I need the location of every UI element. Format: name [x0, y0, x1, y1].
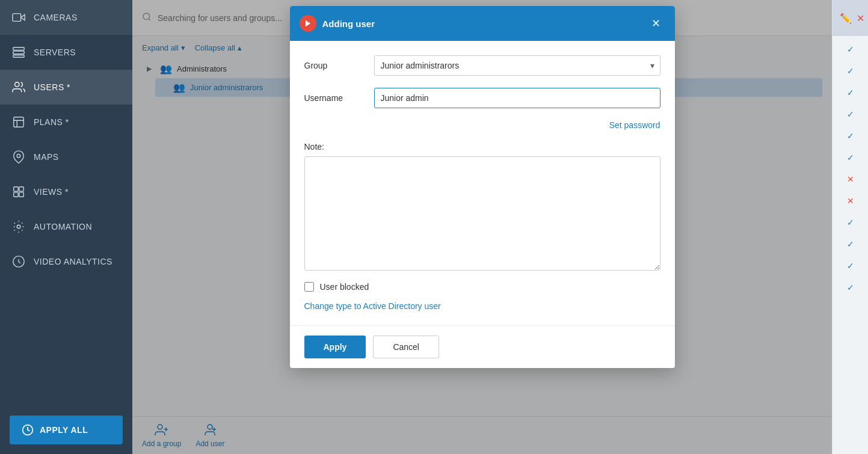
- x-mark: ✕: [847, 174, 854, 184]
- mark-row: ✓: [833, 125, 868, 147]
- mark-row: ✕: [833, 168, 868, 190]
- sidebar-maps-label: MAPS: [34, 152, 59, 162]
- check-mark: ✓: [847, 109, 854, 119]
- username-control: [374, 88, 660, 108]
- group-select[interactable]: Junior administrarorsAdministrators: [374, 55, 660, 76]
- svg-rect-1: [13, 48, 24, 51]
- svg-rect-2: [13, 51, 24, 54]
- user-blocked-row: User blocked: [304, 282, 660, 292]
- sidebar-item-servers[interactable]: SERVERS: [0, 35, 132, 70]
- mark-row: ✓: [833, 82, 868, 103]
- sidebar: CAMERAS SERVERS USERS * PLANS * MAPS VIE…: [0, 0, 132, 454]
- mark-row: ✓: [833, 233, 868, 255]
- mark-row: ✓: [833, 103, 868, 125]
- svg-point-6: [17, 154, 20, 158]
- check-mark: ✓: [847, 218, 854, 227]
- check-mark: ✓: [847, 239, 854, 249]
- svg-rect-0: [13, 14, 21, 22]
- sidebar-users-label: USERS *: [34, 82, 70, 92]
- adding-user-modal: Adding user ✕ Group Junior administraror…: [290, 6, 675, 368]
- username-label: Username: [304, 93, 365, 103]
- sidebar-item-video-analytics[interactable]: VIDEO ANALYTICS: [0, 244, 132, 279]
- modal-close-button[interactable]: ✕: [647, 14, 665, 32]
- modal-title-wrap: Adding user: [300, 15, 375, 32]
- group-select-wrapper: Junior administrarorsAdministrators: [374, 55, 660, 76]
- note-section: Note:: [304, 142, 660, 272]
- check-mark: ✓: [847, 66, 854, 76]
- modal-footer: Apply Cancel: [290, 325, 675, 368]
- plans-icon: [12, 115, 25, 129]
- svg-rect-8: [19, 187, 23, 191]
- modal-icon: [300, 15, 316, 32]
- change-type-link[interactable]: Change type to Active Directory user: [304, 301, 441, 311]
- user-blocked-checkbox[interactable]: [304, 282, 314, 292]
- check-mark: ✓: [847, 44, 854, 54]
- user-blocked-label[interactable]: User blocked: [320, 282, 369, 292]
- video-analytics-icon: [12, 255, 25, 268]
- sidebar-bottom: APPLY ALL: [0, 406, 132, 454]
- username-row: Username: [304, 88, 660, 108]
- mark-row: ✓: [833, 277, 868, 298]
- svg-rect-7: [14, 187, 18, 191]
- mark-row: ✓: [833, 212, 868, 233]
- svg-point-11: [17, 225, 20, 229]
- sidebar-automation-label: AUTOMATION: [34, 222, 92, 232]
- note-label: Note:: [304, 142, 660, 152]
- edit-icon[interactable]: ✏️: [837, 10, 854, 26]
- svg-marker-21: [305, 20, 310, 27]
- svg-rect-5: [14, 117, 24, 127]
- check-mark: ✓: [847, 131, 854, 141]
- mark-row: ✓: [833, 147, 868, 168]
- svg-rect-9: [14, 192, 18, 197]
- check-mark: ✓: [847, 153, 854, 162]
- mark-row: ✓: [833, 60, 868, 82]
- automation-icon: [12, 220, 25, 233]
- group-label: Group: [304, 61, 365, 70]
- sidebar-item-cameras[interactable]: CAMERAS: [0, 0, 132, 35]
- cancel-button[interactable]: Cancel: [373, 336, 439, 358]
- maps-icon: [12, 150, 25, 164]
- apply-all-button[interactable]: APPLY ALL: [10, 416, 123, 444]
- mark-row: ✕: [833, 190, 868, 212]
- sidebar-cameras-label: CAMERAS: [34, 13, 78, 22]
- check-mark: ✓: [847, 283, 854, 292]
- group-row: Group Junior administrarorsAdministrator…: [304, 55, 660, 76]
- right-panel-marks: ✓✓✓✓✓✓✕✕✓✓✓✓: [833, 36, 868, 454]
- sidebar-servers-label: SERVERS: [34, 48, 76, 57]
- right-panel: ✏️ ✕ ✓✓✓✓✓✓✕✕✓✓✓✓: [832, 0, 868, 454]
- note-textarea[interactable]: [304, 156, 660, 271]
- modal-overlay: Adding user ✕ Group Junior administraror…: [132, 0, 832, 454]
- sidebar-item-plans[interactable]: PLANS *: [0, 105, 132, 140]
- right-panel-header: ✏️ ✕: [833, 0, 868, 36]
- svg-point-4: [15, 82, 19, 87]
- views-icon: [12, 185, 25, 198]
- mark-row: ✓: [833, 255, 868, 277]
- svg-rect-3: [13, 55, 24, 58]
- username-input[interactable]: [374, 88, 660, 108]
- modal-header: Adding user ✕: [290, 6, 675, 41]
- servers-icon: [12, 46, 25, 59]
- sidebar-views-label: VIEWS *: [34, 187, 69, 197]
- delete-icon[interactable]: ✕: [854, 10, 867, 26]
- check-mark: ✓: [847, 88, 854, 97]
- modal-body: Group Junior administrarorsAdministrator…: [290, 41, 675, 325]
- apply-button[interactable]: Apply: [304, 336, 366, 358]
- check-mark: ✓: [847, 261, 854, 271]
- main-content: Expand all ▾ Collapse all ▴ ▶ 👥 Administ…: [132, 0, 832, 454]
- modal-title: Adding user: [322, 19, 375, 29]
- sidebar-plans-label: PLANS *: [34, 117, 69, 127]
- sidebar-video-analytics-label: VIDEO ANALYTICS: [34, 257, 112, 266]
- sidebar-item-users[interactable]: USERS *: [0, 70, 132, 105]
- sidebar-item-automation[interactable]: AUTOMATION: [0, 209, 132, 244]
- mark-row: ✓: [833, 38, 868, 60]
- cameras-icon: [12, 11, 25, 24]
- x-mark: ✕: [847, 196, 854, 206]
- sidebar-item-maps[interactable]: MAPS: [0, 140, 132, 174]
- users-icon: [12, 81, 25, 94]
- set-password-row: Set password: [304, 120, 660, 130]
- svg-rect-10: [19, 192, 23, 197]
- set-password-link[interactable]: Set password: [609, 120, 660, 130]
- change-type-row: Change type to Active Directory user: [304, 301, 660, 316]
- sidebar-item-views[interactable]: VIEWS *: [0, 174, 132, 209]
